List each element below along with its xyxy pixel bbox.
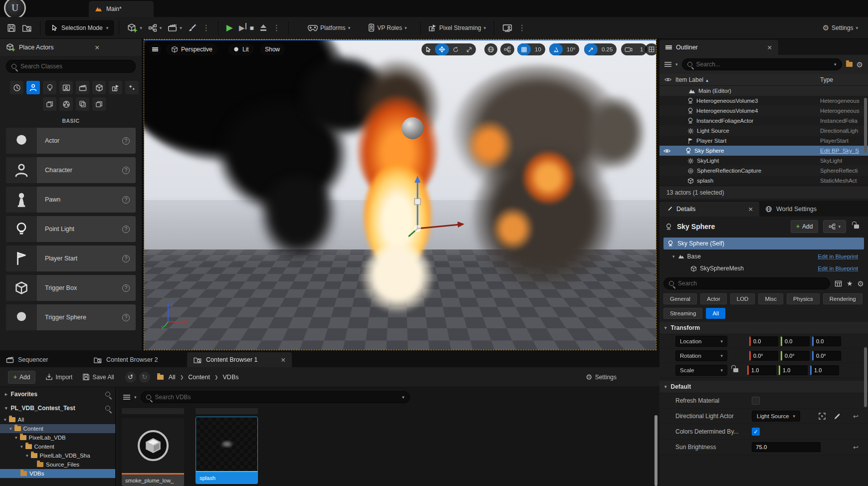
place-actor-item-trigger-sphere[interactable]: Trigger Sphere ? <box>6 304 136 330</box>
location-x-field[interactable]: 0.0 <box>749 336 778 346</box>
outliner-row[interactable]: Light Source DirectionalLigh <box>659 126 868 136</box>
stop-button[interactable]: ■ <box>246 22 256 34</box>
filter-all[interactable]: All <box>706 308 725 319</box>
favorites-star-icon[interactable]: ★ <box>847 279 853 287</box>
place-actors-search-input[interactable] <box>19 62 130 70</box>
help-icon[interactable]: ? <box>122 284 130 292</box>
help-icon[interactable]: ? <box>122 167 130 174</box>
filter-streaming[interactable]: Streaming <box>663 308 702 319</box>
help-icon[interactable]: ? <box>122 196 130 204</box>
eyedropper-icon[interactable] <box>833 413 841 420</box>
eject-button[interactable] <box>257 22 270 33</box>
scale-y-field[interactable]: 1.0 <box>779 365 808 375</box>
asset-search[interactable]: ▾ <box>141 391 410 403</box>
place-actor-item-player-start[interactable]: Player Start ? <box>6 245 136 271</box>
filter-icon[interactable] <box>123 395 130 400</box>
details-search-input[interactable] <box>677 279 825 287</box>
edit-in-blueprint-link[interactable]: Edit in Blueprint <box>818 265 858 271</box>
location-y-field[interactable]: 0.0 <box>781 336 810 346</box>
help-icon[interactable]: ? <box>122 226 130 233</box>
asset-scrollbar[interactable] <box>654 415 657 486</box>
add-actor-dropdown[interactable]: ▾ <box>124 21 145 35</box>
expand-arrow-icon[interactable]: ▸ <box>5 392 7 397</box>
add-component-button[interactable]: +Add <box>791 220 818 233</box>
outliner-world-row[interactable]: Main (Editor) <box>659 86 868 96</box>
cinematics-dropdown[interactable]: ▾ <box>165 21 185 34</box>
play-button[interactable]: ▶ <box>223 20 236 35</box>
unreal-logo-icon[interactable]: U <box>4 0 26 19</box>
location-z-field[interactable]: 0.0 <box>812 336 841 346</box>
tree-item-pixellab-vdb-shaders[interactable]: ▾PixelLab_VDB_Sha <box>0 451 115 460</box>
asset-tile-smoke-plume[interactable]: smoke_plume_low_ <box>122 418 184 486</box>
location-dropdown[interactable]: Location▾ <box>675 336 727 347</box>
blueprint-convert-button[interactable]: ▾ <box>823 220 846 233</box>
search-icon[interactable] <box>105 392 110 397</box>
close-icon[interactable]: ✕ <box>281 356 286 364</box>
eye-icon[interactable] <box>663 149 670 153</box>
place-actor-item-trigger-box[interactable]: Trigger Box ? <box>6 275 136 301</box>
save-button[interactable] <box>4 21 19 34</box>
category-film-icon[interactable] <box>59 97 73 111</box>
edit-blueprint-link[interactable]: Edit BP_Sky_S <box>820 148 859 154</box>
tab-world-settings[interactable]: World Settings <box>759 202 823 217</box>
pick-actor-icon[interactable] <box>818 412 826 420</box>
filter-general[interactable]: General <box>663 293 697 304</box>
import-button[interactable]: Import <box>42 371 75 383</box>
category-shapes-icon[interactable] <box>92 81 106 94</box>
transform-gizmo[interactable] <box>390 173 469 238</box>
close-icon[interactable]: ✕ <box>767 44 772 51</box>
col-type[interactable]: Type <box>820 76 833 83</box>
filter-actor[interactable]: Actor <box>700 293 727 304</box>
filter-icon[interactable] <box>664 62 671 67</box>
surface-snapping-toggle[interactable] <box>500 43 514 55</box>
component-row-base[interactable]: ▾ Base Edit in Blueprint <box>659 250 868 262</box>
close-icon[interactable]: ✕ <box>94 44 99 51</box>
outliner-scrollbar[interactable] <box>864 98 867 153</box>
breadcrumb-vdbs[interactable]: VDBs <box>223 374 239 381</box>
scale-lock-icon[interactable] <box>733 368 738 372</box>
grid-snap-toggle[interactable] <box>517 43 531 55</box>
outliner-settings-icon[interactable]: ⚙ <box>857 61 863 68</box>
outliner-row[interactable]: SphereReflectionCapture SphereReflecti <box>659 166 868 176</box>
place-actor-item-actor[interactable]: Actor ? <box>6 128 136 154</box>
perspective-dropdown[interactable]: Perspective <box>166 43 217 55</box>
camera-speed-icon[interactable] <box>621 43 636 55</box>
place-actor-item-pawn[interactable]: Pawn ? <box>6 187 136 213</box>
help-icon[interactable]: ? <box>122 255 130 262</box>
rotation-z-field[interactable]: 0.0° <box>812 351 841 361</box>
filter-lod[interactable]: LOD <box>730 293 755 304</box>
scale-dropdown[interactable]: Scale▾ <box>675 365 727 376</box>
category-recent-icon[interactable] <box>10 81 23 94</box>
tab-content-browser-2[interactable]: Content Browser 2 <box>87 352 187 367</box>
platforms-dropdown[interactable]: Platforms▾ <box>305 22 353 33</box>
outliner-search-input[interactable] <box>695 60 831 68</box>
content-browser-settings[interactable]: ⚙ Settings <box>583 371 620 383</box>
col-item-label[interactable]: Item Label ▲ <box>675 76 709 83</box>
favorites-header[interactable]: ▸ Favorites <box>0 387 115 401</box>
outliner-row[interactable]: SkyLight SkyLight <box>659 156 868 166</box>
details-scrollbar[interactable] <box>864 347 867 407</box>
place-actor-item-character[interactable]: Character ? <box>6 157 136 183</box>
directional-light-actor-dropdown[interactable]: Light Source▾ <box>752 411 800 422</box>
colors-determined-checkbox[interactable]: ✓ <box>752 428 760 436</box>
filter-misc[interactable]: Misc <box>758 293 783 304</box>
tree-item-pixellab-vdb[interactable]: ▾PixelLab_VDB <box>0 433 115 442</box>
component-row-self[interactable]: Sky Sphere (Self) <box>663 238 864 249</box>
outliner-row[interactable]: splash StaticMeshAct <box>659 176 868 186</box>
remote-session-icon[interactable] <box>499 22 515 34</box>
sphere-actor[interactable] <box>402 117 424 139</box>
category-fx-icon[interactable] <box>125 81 139 94</box>
landscape-paint-icon[interactable] <box>185 21 200 34</box>
show-flags-dropdown[interactable]: Show <box>260 43 285 55</box>
outliner-row[interactable]: Player Start PlayerStart <box>659 136 868 146</box>
category-audio-icon[interactable] <box>109 81 122 94</box>
collapse-arrow-icon[interactable]: ▾ <box>5 406 7 411</box>
place-actors-tab[interactable]: Place Actors ✕ <box>0 39 142 56</box>
outliner-row[interactable]: HeterogeneousVolume4 Heterogeneous <box>659 106 868 116</box>
category-lights-icon[interactable] <box>43 81 56 94</box>
place-actors-search[interactable] <box>6 60 136 73</box>
help-icon[interactable]: ? <box>122 137 130 145</box>
sun-brightness-input[interactable]: 75.0 <box>752 442 821 452</box>
tab-sequencer[interactable]: Sequencer <box>0 352 87 367</box>
outliner-search[interactable]: ▾ <box>682 58 842 70</box>
